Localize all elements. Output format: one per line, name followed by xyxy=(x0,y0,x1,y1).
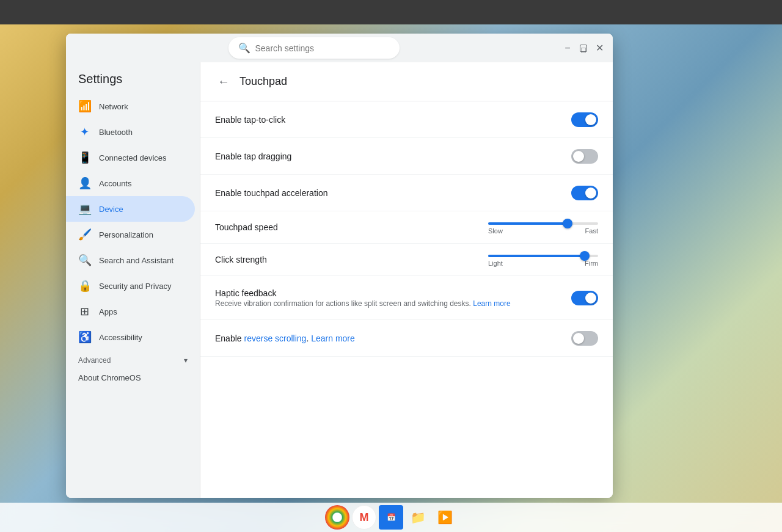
accessibility-icon: ♿ xyxy=(78,330,90,344)
sidebar: Settings 📶 Network ✦ Bluetooth 📱 Connect… xyxy=(66,62,200,498)
setting-click-strength: Click strength Light Firm xyxy=(200,244,613,276)
setting-haptic-feedback: Haptic feedback Receive vibration confir… xyxy=(200,276,613,320)
minimize-button[interactable]: − xyxy=(560,41,575,56)
sidebar-item-label: Apps xyxy=(99,307,117,316)
sidebar-item-label: Connected devices xyxy=(99,153,167,162)
sidebar-item-about[interactable]: About ChromeOS xyxy=(66,367,195,388)
window-titlebar: 🔍 − □ ✕ xyxy=(66,34,613,62)
toggle-reverse-scrolling[interactable] xyxy=(571,331,598,346)
close-button[interactable]: ✕ xyxy=(592,41,607,56)
taskbar-icon-chrome[interactable] xyxy=(325,505,349,530)
page-title: Touchpad xyxy=(239,75,287,88)
sidebar-item-search-assistant[interactable]: 🔍 Search and Assistant xyxy=(66,247,195,273)
browser-bar xyxy=(0,0,782,24)
setting-touchpad-speed: Touchpad speed Slow Fast xyxy=(200,211,613,244)
sidebar-item-label: Network xyxy=(99,102,128,111)
taskbar-icon-youtube[interactable]: ▶️ xyxy=(433,505,457,530)
sidebar-item-label: Bluetooth xyxy=(99,128,133,137)
sidebar-item-apps[interactable]: ⊞ Apps xyxy=(66,299,195,324)
sidebar-item-device[interactable]: 💻 Device xyxy=(66,196,195,222)
back-button[interactable]: ← xyxy=(215,72,232,91)
taskbar-icon-files[interactable]: 📁 xyxy=(406,505,430,530)
setting-tap-dragging: Enable tap dragging xyxy=(200,138,613,175)
setting-label-click-strength: Click strength xyxy=(215,255,267,264)
sidebar-title: Settings xyxy=(66,62,200,93)
haptic-feedback-learn-more-link[interactable]: Learn more xyxy=(473,299,510,308)
taskbar: M 📅 📁 ▶️ xyxy=(0,503,782,532)
slider-max-label: Fast xyxy=(585,227,598,235)
toggle-tap-to-click[interactable] xyxy=(571,112,598,127)
sidebar-item-connected-devices[interactable]: 📱 Connected devices xyxy=(66,145,195,170)
search-bar[interactable]: 🔍 xyxy=(228,37,400,59)
sidebar-item-label: Personalization xyxy=(99,230,153,239)
sidebar-item-personalization[interactable]: 🖌️ Personalization xyxy=(66,222,195,247)
sidebar-item-label: Accounts xyxy=(99,179,131,188)
bluetooth-icon: ✦ xyxy=(78,125,90,139)
sidebar-item-network[interactable]: 📶 Network xyxy=(66,93,195,119)
sidebar-item-label: Accessibility xyxy=(99,333,142,342)
setting-label-touchpad-acceleration: Enable touchpad acceleration xyxy=(215,188,571,198)
person-icon: 👤 xyxy=(78,177,90,190)
window-body: Settings 📶 Network ✦ Bluetooth 📱 Connect… xyxy=(66,62,613,498)
setting-label-touchpad-speed: Touchpad speed xyxy=(215,222,278,232)
reverse-scrolling-learn-more-link[interactable]: Learn more xyxy=(311,333,355,343)
sidebar-item-label: Search and Assistant xyxy=(99,256,174,265)
settings-window: 🔍 − □ ✕ Settings 📶 Network ✦ Bluetooth xyxy=(66,34,613,498)
slider-max-label: Firm xyxy=(585,260,598,267)
sidebar-item-accessibility[interactable]: ♿ Accessibility xyxy=(66,324,195,350)
brush-icon: 🖌️ xyxy=(78,228,90,241)
toggle-haptic-feedback[interactable] xyxy=(571,291,598,305)
sidebar-item-accounts[interactable]: 👤 Accounts xyxy=(66,170,195,196)
sidebar-item-bluetooth[interactable]: ✦ Bluetooth xyxy=(66,119,195,145)
sidebar-item-label: About ChromeOS xyxy=(78,373,141,382)
search-input[interactable] xyxy=(255,43,390,53)
setting-reverse-scrolling: Enable reverse scrolling. Learn more xyxy=(200,320,613,357)
setting-tap-to-click: Enable tap-to-click xyxy=(200,101,613,138)
setting-label-reverse-scrolling: Enable reverse scrolling. Learn more xyxy=(215,333,571,343)
taskbar-icon-gmail[interactable]: M xyxy=(352,505,376,530)
security-icon: 🔒 xyxy=(78,279,90,293)
click-strength-slider[interactable]: Light Firm xyxy=(488,252,598,267)
back-arrow-icon: ← xyxy=(217,75,230,89)
setting-label-tap-to-click: Enable tap-to-click xyxy=(215,115,571,125)
taskbar-icon-calendar[interactable]: 📅 xyxy=(379,505,403,530)
slider-min-label: Light xyxy=(488,260,503,267)
search-nav-icon: 🔍 xyxy=(78,253,90,267)
touchpad-speed-slider[interactable]: Slow Fast xyxy=(488,220,598,235)
phone-icon: 📱 xyxy=(78,151,90,164)
device-icon: 💻 xyxy=(78,202,90,216)
sidebar-advanced[interactable]: Advanced ▾ xyxy=(66,350,200,367)
sidebar-item-label: Security and Privacy xyxy=(99,282,172,291)
slider-min-label: Slow xyxy=(488,227,503,235)
maximize-button[interactable]: □ xyxy=(580,45,587,52)
chevron-down-icon: ▾ xyxy=(184,356,188,365)
toggle-touchpad-acceleration[interactable] xyxy=(571,186,598,200)
setting-label-tap-dragging: Enable tap dragging xyxy=(215,151,571,161)
wifi-icon: 📶 xyxy=(78,100,90,113)
setting-label-haptic-feedback: Haptic feedback xyxy=(215,288,571,298)
setting-touchpad-acceleration: Enable touchpad acceleration xyxy=(200,175,613,211)
sidebar-item-label: Device xyxy=(99,205,123,214)
toggle-tap-dragging[interactable] xyxy=(571,149,598,164)
main-content: ← Touchpad Enable tap-to-click Enable t xyxy=(200,62,613,498)
content-header: ← Touchpad xyxy=(200,62,613,101)
setting-desc-haptic-feedback: Receive vibration confirmation for actio… xyxy=(215,299,571,308)
apps-icon: ⊞ xyxy=(78,305,90,318)
sidebar-item-security[interactable]: 🔒 Security and Privacy xyxy=(66,273,195,299)
search-icon: 🔍 xyxy=(238,42,250,54)
